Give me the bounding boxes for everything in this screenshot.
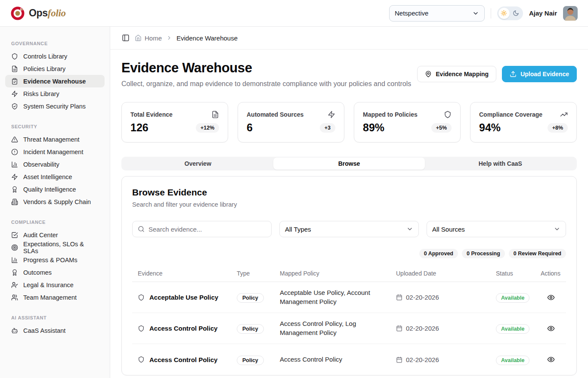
target-icon [11, 244, 18, 251]
count-badge: 0 Approved [419, 249, 458, 258]
sidebar-item[interactable]: Vendors & Supply Chain [5, 195, 105, 208]
sidebar-item[interactable]: Observability [5, 158, 105, 170]
stat-label: Mapped to Policies [363, 111, 418, 118]
tab[interactable]: Help with CaaS [425, 158, 576, 170]
page-subtitle: Collect, organize, and map evidence to d… [121, 80, 411, 88]
file-text-icon [11, 65, 18, 72]
eye-icon [547, 325, 555, 332]
stat-delta-badge: +5% [431, 123, 452, 133]
search-input[interactable] [149, 226, 266, 233]
breadcrumb-home[interactable]: Home [135, 34, 162, 42]
org-selector[interactable]: Netspective [389, 5, 485, 22]
mapped-policy: Acceptable Use Policy, Account Managemen… [280, 288, 374, 306]
stat-delta-badge: +8% [548, 123, 568, 133]
home-icon [135, 34, 142, 41]
sidebar-item[interactable]: Policies Library [5, 62, 105, 75]
trending-up-icon [560, 111, 568, 118]
type-badge: Policy [237, 324, 264, 334]
tab[interactable]: Overview [122, 158, 273, 170]
sidebar-item[interactable]: Audit Center [5, 229, 105, 241]
sidebar-item[interactable]: Incident Management [5, 146, 105, 158]
sidebar-item[interactable]: Evidence Warehouse [5, 75, 105, 87]
moon-icon [513, 10, 519, 16]
uploaded-date: 02-20-2026 [406, 294, 439, 301]
breadcrumb: Home Evidence Warehouse [110, 27, 588, 50]
sidebar-section-label: GOVERNANCE [11, 41, 99, 46]
sidebar-section: COMPLIANCE Audit Center Expectations, SL… [5, 220, 105, 304]
dark-mode-button[interactable] [511, 8, 522, 19]
view-evidence-button[interactable] [546, 324, 556, 333]
sidebar-item[interactable]: Risks Library [5, 87, 105, 100]
chevron-down-icon [472, 10, 479, 17]
sidebar-item[interactable]: Team Management [5, 291, 105, 304]
type-filter-select[interactable]: All Types [279, 221, 419, 237]
stat-value: 126 [130, 121, 149, 134]
light-mode-button[interactable] [498, 8, 510, 19]
stat-label: Total Evidence [130, 111, 173, 118]
upload-evidence-button[interactable]: Upload Evidence [502, 66, 577, 82]
panel-left-icon [122, 34, 130, 42]
browse-evidence-panel: Browse Evidence Search and filter your e… [121, 176, 577, 375]
award-icon [11, 186, 18, 193]
map-pin-icon [425, 71, 432, 77]
opsfolio-logo-icon [10, 6, 25, 21]
view-evidence-button[interactable] [546, 355, 556, 364]
zap-icon [11, 90, 18, 97]
sidebar-item[interactable]: Progress & POAMs [5, 254, 105, 266]
count-badge: 0 Processing [462, 249, 505, 258]
sidebar-item[interactable]: Legal & Insurance [5, 279, 105, 291]
source-filter-select[interactable]: All Sources [427, 221, 566, 237]
shield-icon [138, 356, 145, 363]
view-evidence-button[interactable] [546, 293, 556, 302]
evidence-name: Access Control Policy [149, 325, 217, 332]
sidebar-item[interactable]: Expectations, SLOs & SLAs [5, 241, 105, 254]
chevron-right-icon [166, 35, 172, 41]
table-row: Access Control Policy Policy Access Cont… [132, 344, 566, 375]
sidebar-item[interactable]: Asset Intelligence [5, 170, 105, 183]
mapped-policy: Access Control Policy, Log Management Po… [280, 319, 374, 337]
alert-circle-icon [11, 149, 18, 155]
shield-check-icon [11, 103, 18, 110]
uploaded-date: 02-20-2026 [406, 356, 439, 363]
status-badge: Available [496, 356, 529, 365]
sidebar-toggle-button[interactable] [121, 33, 130, 43]
sidebar-item[interactable]: Controls Library [5, 50, 105, 62]
sidebar-item[interactable]: CaaS Assistant [5, 324, 105, 337]
sidebar-section: GOVERNANCE Controls Library Policies Lib… [5, 41, 105, 112]
evidence-name: Access Control Policy [149, 356, 217, 363]
sidebar-item[interactable]: Outcomes [5, 266, 105, 279]
brand-logo[interactable]: Opsfolio [10, 6, 66, 21]
theme-toggle[interactable] [497, 6, 523, 20]
type-badge: Policy [237, 293, 264, 303]
table-row: Acceptable Use Policy Policy Acceptable … [132, 282, 566, 313]
alert-triangle-icon [11, 136, 18, 143]
tab[interactable]: Browse [273, 158, 424, 170]
brand-name-bold: Ops [29, 7, 48, 19]
table-column-header: Uploaded Date [390, 265, 490, 282]
table-column-header: Type [231, 265, 274, 282]
count-badge: 0 Review Required [509, 249, 566, 258]
org-selector-value: Netspective [395, 9, 428, 17]
sidebar-item[interactable]: Quality Intelligence [5, 183, 105, 195]
stat-card: Total Evidence 126 +12% [121, 102, 228, 143]
chevron-down-icon [406, 226, 413, 232]
user-avatar[interactable] [563, 6, 578, 21]
sidebar-item[interactable]: System Security Plans [5, 100, 105, 112]
table-column-header: Mapped Policy [274, 265, 390, 282]
tab-bar: Overview Browse Help with CaaS [121, 157, 577, 170]
eye-icon [547, 356, 555, 363]
bar-chart-icon [11, 257, 18, 263]
building-icon [11, 198, 18, 205]
shield-icon [138, 294, 145, 301]
evidence-mapping-button[interactable]: Evidence Mapping [417, 66, 496, 82]
stat-value: 6 [247, 121, 253, 134]
sidebar: GOVERNANCE Controls Library Policies Lib… [0, 27, 110, 378]
calendar-icon [396, 356, 402, 363]
table-row: Access Control Policy Policy Access Cont… [132, 313, 566, 344]
award-icon [11, 269, 18, 276]
top-header: Opsfolio Netspective Ajay Nair [0, 0, 588, 27]
sidebar-item[interactable]: Threat Management [5, 133, 105, 146]
browse-subtitle: Search and filter your evidence library [132, 201, 566, 208]
shield-icon [444, 111, 452, 118]
brand-name: Opsfolio [29, 7, 66, 19]
